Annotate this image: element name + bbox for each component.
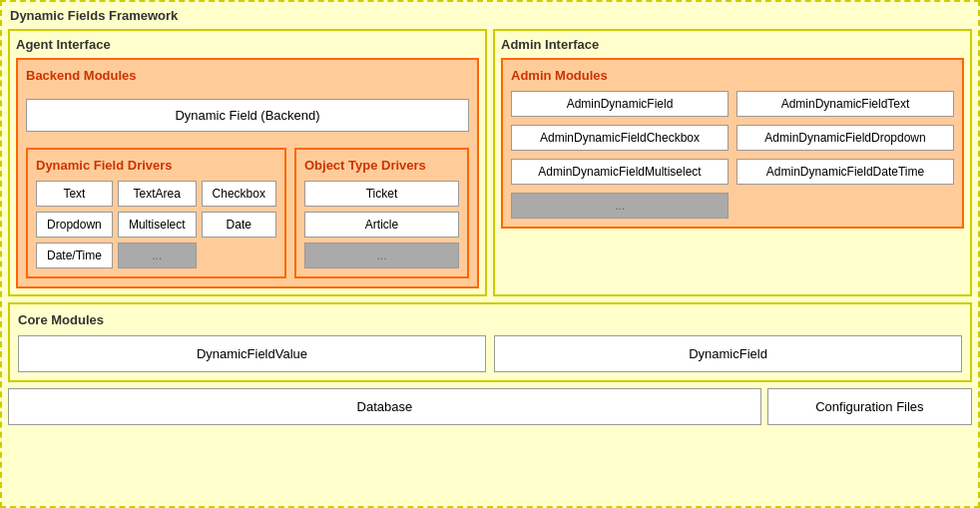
admin-interface-section: Admin Interface Admin Modules AdminDynam… — [493, 29, 972, 296]
driver-datetime-button[interactable]: Date/Time — [36, 243, 113, 268]
field-drivers-title: Dynamic Field Drivers — [36, 158, 276, 173]
admin-modules-grid: AdminDynamicField AdminDynamicFieldText … — [511, 91, 954, 219]
driver-text-button[interactable]: Text — [36, 181, 113, 207]
dynamic-field-button[interactable]: DynamicField — [494, 335, 962, 372]
field-drivers-grid: Text TextArea Checkbox Dropdown Multisel… — [36, 181, 276, 268]
agent-interface-title: Agent Interface — [16, 37, 479, 52]
dynamic-field-value-button[interactable]: DynamicFieldValue — [18, 335, 486, 372]
admin-field-datetime-button[interactable]: AdminDynamicFieldDateTime — [736, 159, 954, 185]
driver-checkbox-button[interactable]: Checkbox — [202, 181, 276, 207]
driver-date-button[interactable]: Date — [202, 212, 276, 238]
config-files-button[interactable]: Configuration Files — [767, 388, 972, 425]
object-drivers-title: Object Type Drivers — [304, 158, 459, 173]
admin-modules-title: Admin Modules — [511, 68, 954, 83]
driver-dropdown-button[interactable]: Dropdown — [36, 212, 113, 238]
drivers-row: Dynamic Field Drivers Text TextArea Chec… — [26, 148, 469, 278]
dynamic-field-backend-button[interactable]: Dynamic Field (Backend) — [26, 99, 469, 132]
admin-field-button[interactable]: AdminDynamicField — [511, 91, 729, 117]
admin-more-button[interactable]: ... — [511, 193, 729, 219]
object-drivers-grid: Ticket Article ... — [304, 181, 459, 268]
admin-field-text-button[interactable]: AdminDynamicFieldText — [736, 91, 954, 117]
backend-modules-box: Backend Modules Dynamic Field (Backend) … — [16, 58, 479, 288]
main-content: Agent Interface Backend Modules Dynamic … — [8, 29, 972, 425]
agent-interface-section: Agent Interface Backend Modules Dynamic … — [8, 29, 487, 296]
driver-multiselect-button[interactable]: Multiselect — [118, 212, 197, 238]
admin-modules-box: Admin Modules AdminDynamicField AdminDyn… — [501, 58, 964, 229]
object-more-button[interactable]: ... — [304, 243, 459, 268]
object-drivers-box: Object Type Drivers Ticket Article ... — [294, 148, 469, 278]
object-article-button[interactable]: Article — [304, 212, 459, 238]
admin-field-checkbox-button[interactable]: AdminDynamicFieldCheckbox — [511, 125, 729, 151]
driver-textarea-button[interactable]: TextArea — [118, 181, 197, 207]
object-ticket-button[interactable]: Ticket — [304, 181, 459, 207]
driver-more-button[interactable]: ... — [118, 243, 197, 268]
page-title: Dynamic Fields Framework — [8, 8, 972, 23]
bottom-row: Database Configuration Files — [8, 388, 972, 425]
admin-field-multiselect-button[interactable]: AdminDynamicFieldMultiselect — [511, 159, 729, 185]
database-button[interactable]: Database — [8, 388, 761, 425]
admin-field-dropdown-button[interactable]: AdminDynamicFieldDropdown — [736, 125, 954, 151]
core-modules-row: DynamicFieldValue DynamicField — [18, 335, 962, 372]
backend-modules-title: Backend Modules — [26, 68, 469, 83]
top-row: Agent Interface Backend Modules Dynamic … — [8, 29, 972, 296]
admin-interface-title: Admin Interface — [501, 37, 964, 52]
core-modules-title: Core Modules — [18, 312, 962, 327]
field-drivers-box: Dynamic Field Drivers Text TextArea Chec… — [26, 148, 286, 278]
core-modules-section: Core Modules DynamicFieldValue DynamicFi… — [8, 302, 972, 382]
outer-frame: Dynamic Fields Framework Agent Interface… — [0, 0, 980, 508]
